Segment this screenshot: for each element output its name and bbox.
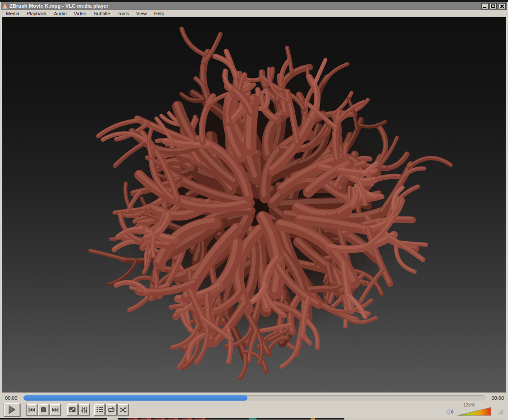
volume-controls: 125% [445, 402, 504, 417]
previous-button[interactable] [26, 404, 37, 416]
minimize-button[interactable] [481, 3, 489, 9]
shuffle-icon [119, 407, 127, 413]
loop-button[interactable] [105, 404, 117, 416]
volume-slider[interactable] [457, 407, 491, 416]
stop-icon [41, 407, 46, 412]
menu-view[interactable]: View [133, 10, 150, 17]
menu-help[interactable]: Help [151, 10, 168, 17]
time-elapsed[interactable]: 00:00 [5, 395, 19, 401]
next-icon [52, 407, 59, 412]
stop-button[interactable] [38, 404, 49, 416]
menu-playback[interactable]: Playback [23, 10, 50, 17]
previous-icon [28, 407, 35, 412]
seek-slider[interactable] [23, 395, 485, 401]
control-panel: 00:00 00:00 [0, 393, 508, 418]
menu-media[interactable]: Media [3, 10, 23, 17]
vlc-cone-icon [2, 3, 8, 9]
background-window-sliver [0, 418, 508, 420]
menu-subtitle[interactable]: Subtitle [91, 10, 114, 17]
loop-icon [108, 407, 115, 413]
next-button[interactable] [50, 404, 61, 416]
close-icon [499, 4, 505, 9]
speaker-icon[interactable] [445, 408, 455, 416]
vlc-window: ZBrush Movie K.mpg - VLC media player Me… [0, 0, 508, 420]
seek-fill [23, 395, 247, 401]
menu-bar: Media Playback Audio Video Subtitle Tool… [0, 10, 508, 17]
play-icon [8, 405, 16, 414]
menu-audio[interactable]: Audio [51, 10, 70, 17]
playlist-icon [96, 407, 103, 412]
video-display[interactable] [2, 17, 506, 393]
playlist-button[interactable] [94, 404, 105, 416]
play-button[interactable] [4, 403, 20, 417]
maximize-button[interactable] [490, 3, 497, 9]
fullscreen-button[interactable] [67, 404, 78, 416]
random-button[interactable] [117, 404, 128, 416]
time-remaining[interactable]: 00:00 [490, 395, 504, 401]
menu-video[interactable]: Video [71, 10, 90, 17]
fullscreen-icon [69, 407, 76, 412]
window-title: ZBrush Movie K.mpg - VLC media player [9, 2, 480, 10]
equalizer-icon [81, 407, 87, 413]
resize-grip[interactable] [496, 408, 504, 416]
maximize-icon [491, 5, 495, 8]
close-button[interactable] [499, 3, 506, 9]
minimize-icon [483, 7, 486, 8]
seek-row: 00:00 00:00 [0, 393, 508, 402]
coral-model [2, 17, 506, 393]
extended-settings-button[interactable] [78, 404, 90, 416]
menu-tools[interactable]: Tools [114, 10, 132, 17]
title-bar[interactable]: ZBrush Movie K.mpg - VLC media player [1, 2, 507, 10]
transport-controls: 125% [0, 402, 508, 418]
